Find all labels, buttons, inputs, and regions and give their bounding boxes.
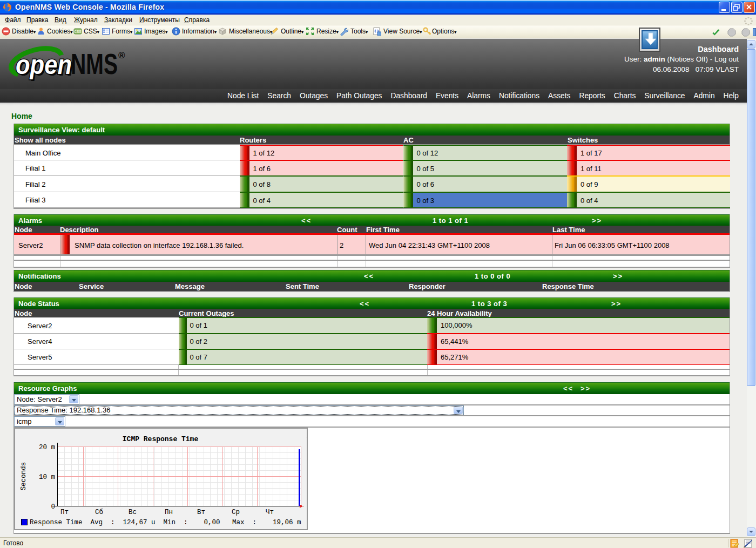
- svg-text:OpenNMS/JRobin: OpenNMS/JRobin: [306, 433, 307, 478]
- svg-text:Пн: Пн: [165, 509, 173, 516]
- svg-text:Чт: Чт: [266, 509, 274, 516]
- svg-text:20 m: 20 m: [39, 444, 55, 451]
- svg-text:Вс: Вс: [129, 509, 137, 516]
- svg-text:NMS: NMS: [71, 48, 118, 80]
- svg-text:Пт: Пт: [60, 509, 69, 516]
- svg-text:®: ®: [118, 50, 125, 60]
- svg-text:Ср: Ср: [232, 509, 240, 516]
- svg-text:Сб: Сб: [95, 509, 103, 516]
- svg-text:open: open: [16, 50, 72, 80]
- svg-text:10 m: 10 m: [39, 473, 55, 481]
- svg-text:0: 0: [51, 503, 55, 511]
- svg-text:Response Time Avg : 124,67: Response Time Avg : 124,67 u Min : 0,00 …: [30, 519, 301, 526]
- svg-text:ICMP Response Time: ICMP Response Time: [123, 435, 199, 443]
- svg-text:Вт: Вт: [197, 509, 205, 516]
- svg-text:Seconds: Seconds: [20, 462, 28, 491]
- svg-text:CSS: CSS: [74, 30, 82, 33]
